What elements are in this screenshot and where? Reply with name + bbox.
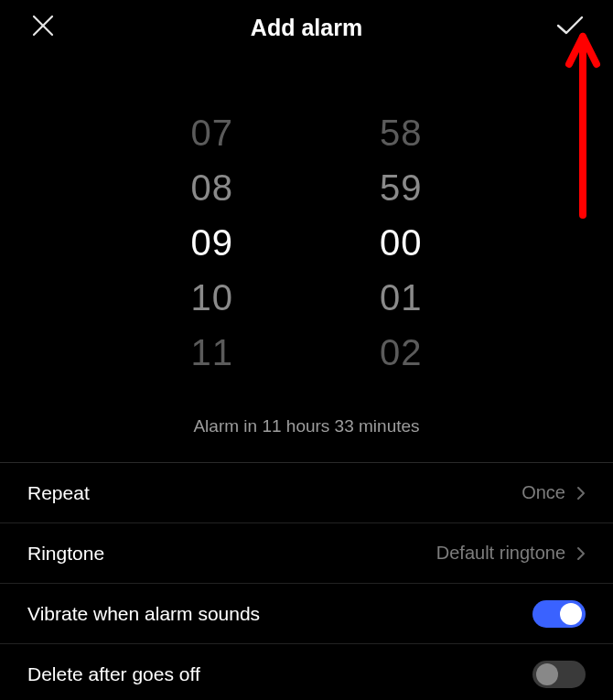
- delete-after-toggle[interactable]: [532, 661, 586, 688]
- hour-selected[interactable]: 09: [191, 215, 234, 270]
- ringtone-row[interactable]: Ringtone Default ringtone: [0, 523, 613, 584]
- ringtone-value: Default ringtone: [436, 543, 565, 564]
- vibrate-label: Vibrate when alarm sounds: [27, 603, 260, 625]
- check-icon: [555, 14, 585, 41]
- chevron-right-icon: [576, 486, 586, 501]
- hour-option[interactable]: 11: [191, 325, 234, 380]
- minute-option[interactable]: 58: [380, 105, 423, 160]
- hour-wheel[interactable]: 07 08 09 10 11: [191, 105, 234, 380]
- close-icon: [31, 14, 55, 41]
- minute-selected[interactable]: 00: [380, 215, 423, 270]
- confirm-button[interactable]: [554, 12, 586, 43]
- close-button[interactable]: [27, 12, 59, 43]
- ringtone-label: Ringtone: [27, 543, 104, 565]
- time-picker[interactable]: 07 08 09 10 11 58 59 00 01 02: [0, 105, 613, 380]
- minute-wheel[interactable]: 58 59 00 01 02: [380, 105, 423, 380]
- repeat-value: Once: [522, 482, 565, 503]
- hour-option[interactable]: 08: [191, 160, 234, 215]
- minute-option[interactable]: 02: [380, 325, 423, 380]
- minute-option[interactable]: 59: [380, 160, 423, 215]
- chevron-right-icon: [576, 546, 586, 561]
- delete-after-row: Delete after goes off: [0, 644, 613, 700]
- hour-option[interactable]: 07: [191, 105, 234, 160]
- minute-option[interactable]: 01: [380, 270, 423, 325]
- page-title: Add alarm: [0, 15, 613, 41]
- repeat-label: Repeat: [27, 482, 90, 504]
- vibrate-toggle[interactable]: [532, 600, 586, 628]
- delete-after-label: Delete after goes off: [27, 663, 200, 685]
- time-until-hint: Alarm in 11 hours 33 minutes: [0, 416, 613, 436]
- repeat-row[interactable]: Repeat Once: [0, 463, 613, 523]
- hour-option[interactable]: 10: [191, 270, 234, 325]
- vibrate-row: Vibrate when alarm sounds: [0, 584, 613, 644]
